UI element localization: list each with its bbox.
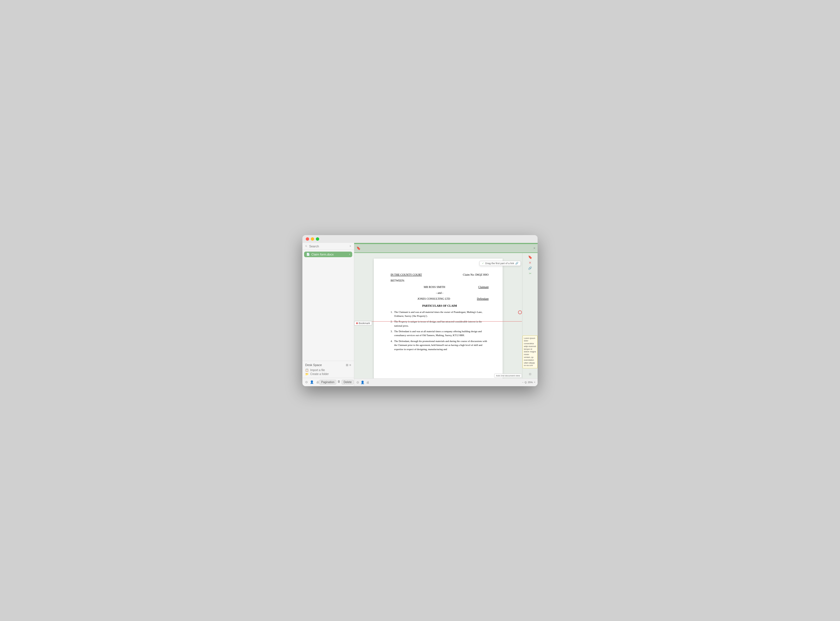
toolbar-right: ×: [534, 246, 535, 250]
zoom-out-button[interactable]: −: [522, 381, 523, 384]
trash-icon[interactable]: 🗑: [337, 380, 341, 385]
desk-space-section: Desk Space ⊞ ≡ 📋 Import a file 📁 Create …: [302, 361, 354, 378]
search-icon: [305, 245, 308, 248]
clause-1-num: 1.: [391, 310, 393, 318]
footer-buttons: Pagination 🗑 Delete: [319, 380, 354, 385]
search-clear-button[interactable]: ×: [349, 245, 351, 248]
link-icon: 🔗: [515, 262, 518, 265]
file-arrow-icon: ›: [349, 253, 350, 256]
note-text: Lorem ipsum dolor consectetur adipi eius…: [524, 337, 536, 367]
bottom-bar-left: ⊙ 👤 🖨: [356, 380, 369, 384]
main-content: 🔖 × Bookmark ✓ Drag the first part: [354, 243, 538, 386]
toolbar-left: 🔖: [356, 246, 361, 250]
file-item[interactable]: 📄 Claim form.docx ›: [304, 251, 352, 257]
zoom-in-button[interactable]: +: [534, 381, 535, 384]
grid-icon[interactable]: ⊞: [346, 363, 348, 367]
defendant-role: Defendant: [477, 297, 488, 301]
defendant-name: JONES CONSULTING LTD: [391, 297, 477, 301]
footer-left: ⊙ 👤 🖨: [305, 380, 319, 384]
panel-scissors-icon[interactable]: ✂: [529, 272, 531, 276]
desk-space-header: Desk Space ⊞ ≡: [305, 363, 351, 367]
list-icon[interactable]: ≡: [349, 363, 351, 367]
right-panel: 🔖 ✕ 🔗 ✂ Lorem ipsum dolor consectetur ad…: [522, 253, 538, 379]
document-page: IN THE COUNTY COURT Claim No: D6QZ H0O B…: [374, 259, 503, 379]
title-bar: [302, 235, 538, 243]
clause-4: 4. The Defendant, through his promotiona…: [391, 339, 488, 351]
clause-3-text: The Defendant is and was at all material…: [394, 329, 488, 338]
note-panel: Lorem ipsum dolor consectetur adipi eius…: [523, 336, 538, 368]
bottom-toggle-icon[interactable]: ⊙: [356, 380, 359, 384]
panel-link-icon[interactable]: 🔗: [528, 267, 532, 270]
maximize-traffic-light[interactable]: [316, 237, 319, 241]
close-traffic-light[interactable]: [306, 237, 309, 241]
claim-number: Claim No: D6QZ H0O: [463, 273, 488, 277]
import-icon: 📋: [305, 368, 309, 372]
drag-link-tooltip: ✓ Drag the first part of a link 🔗: [479, 261, 521, 266]
main-toolbar: 🔖 ×: [354, 244, 538, 253]
svg-line-1: [306, 246, 307, 247]
desk-space-actions: 📋 Import a file 📁 Create a folder: [305, 368, 351, 376]
toggle-icon[interactable]: ⊙: [305, 380, 308, 384]
bookmark-label: Bookmark: [359, 322, 370, 325]
doc-clauses: 1. The Claimant is and was at all materi…: [391, 310, 488, 351]
print-icon[interactable]: 🖨: [316, 380, 319, 384]
doc-court-header: IN THE COUNTY COURT Claim No: D6QZ H0O: [391, 273, 488, 277]
add-2nd-view-button[interactable]: Add 2nd document view: [494, 374, 522, 378]
zoom-level: Q: [525, 381, 527, 384]
panel-bookmark-icon[interactable]: 🔖: [528, 255, 532, 259]
app-body: × 📄 Claim form.docx › Desk Space ⊞ ≡: [302, 243, 538, 386]
delete-button[interactable]: Delete: [341, 380, 354, 385]
panel-close-icon[interactable]: ✕: [529, 261, 531, 265]
file-list: 📄 Claim form.docx ›: [302, 250, 354, 361]
file-name: Claim form.docx: [311, 253, 347, 256]
file-icon: 📄: [306, 253, 310, 256]
user-icon[interactable]: 👤: [310, 380, 314, 384]
create-folder-label: Create a folder: [310, 373, 329, 376]
zoom-percentage: 25%: [528, 381, 533, 384]
doc-between: BETWEEN:: [391, 279, 488, 283]
doc-viewport[interactable]: IN THE COUNTY COURT Claim No: D6QZ H0O B…: [354, 253, 522, 379]
clause-4-num: 4.: [391, 339, 393, 351]
claimant-row: MR ROSS SMITH Claimant: [391, 285, 488, 289]
search-input[interactable]: [309, 245, 348, 248]
red-circle-indicator: [518, 310, 522, 314]
import-file-label: Import a file: [310, 368, 325, 372]
folder-icon: 📁: [305, 373, 309, 376]
import-file-action[interactable]: 📋 Import a file: [305, 368, 351, 372]
clause-4-text: The Defendant, through his promotional m…: [394, 339, 488, 351]
bottom-user-icon[interactable]: 👤: [361, 380, 365, 384]
bottom-print-icon[interactable]: 🖨: [366, 380, 369, 384]
app-window: × 📄 Claim form.docx › Desk Space ⊞ ≡: [302, 235, 538, 386]
drag-link-label: Drag the first part of a link: [485, 262, 514, 265]
and-separator: - and -: [391, 291, 488, 295]
panel-corner-icon[interactable]: ⊡: [529, 373, 531, 376]
search-bar: ×: [302, 243, 354, 250]
particulars-heading: PARTICULARS OF CLAIM: [391, 304, 488, 308]
clause-3-num: 3.: [391, 329, 393, 338]
pagination-button[interactable]: Pagination: [319, 380, 336, 385]
court-name: IN THE COUNTY COURT: [391, 273, 422, 277]
desk-space-label: Desk Space: [305, 363, 322, 367]
zoom-controls: − Q 25% +: [522, 381, 535, 384]
bookmark-tag[interactable]: Bookmark: [354, 321, 372, 326]
defendant-row: JONES CONSULTING LTD Defendant: [391, 297, 488, 301]
document-area: Bookmark ✓ Drag the first part of a link…: [354, 253, 538, 379]
claimant-role: Claimant: [478, 285, 488, 289]
create-folder-action[interactable]: 📁 Create a folder: [305, 373, 351, 376]
sidebar: × 📄 Claim form.docx › Desk Space ⊞ ≡: [302, 243, 354, 386]
main-bottom-bar: ⊙ 👤 🖨 − Q 25% +: [354, 379, 538, 386]
sidebar-footer: ⊙ 👤 🖨 Pagination 🗑 Delete: [302, 378, 354, 386]
minimize-traffic-light[interactable]: [311, 237, 314, 241]
svg-point-0: [305, 245, 306, 246]
claimant-name: MR ROSS SMITH: [391, 285, 478, 289]
close-button[interactable]: ×: [534, 246, 535, 250]
check-icon: ✓: [482, 262, 484, 265]
bookmark-dot: [356, 323, 358, 324]
clause-1-text: The Claimant is and was at all material …: [394, 310, 488, 318]
bookmark-icon: 🔖: [356, 246, 361, 250]
desk-space-icons: ⊞ ≡: [346, 363, 351, 367]
clause-3: 3. The Defendant is and was at all mater…: [391, 329, 488, 338]
clause-1: 1. The Claimant is and was at all materi…: [391, 310, 488, 318]
